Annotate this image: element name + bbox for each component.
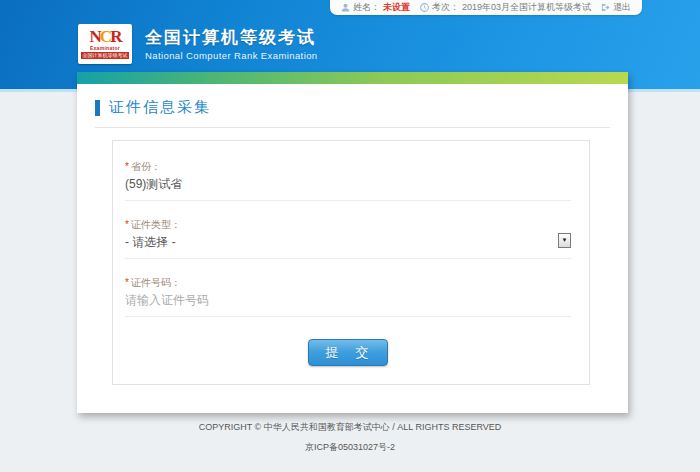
- content-section: 证件信息采集 *省份： (59)测试省 *证件类型： - 请选择 - ▼: [77, 98, 628, 385]
- province-field: *省份： (59)测试省: [125, 161, 571, 201]
- page-title: 证件信息采集: [109, 98, 211, 117]
- user-topbar: 姓名：未设置 考次：2019年03月全国计算机等级考试 退出: [330, 0, 642, 15]
- submit-button[interactable]: 提 交: [308, 339, 388, 366]
- certificate-form: *省份： (59)测试省 *证件类型： - 请选择 - ▼ *证件号码：: [112, 140, 590, 385]
- brand-area: NCR Examinator 全国计算机等级考试 全国计算机等级考试 Natio…: [78, 24, 318, 64]
- copyright-text: COPYRIGHT © 中华人民共和国教育部考试中心 / ALL RIGHTS …: [0, 421, 700, 434]
- cert-no-label: *证件号码：: [125, 277, 571, 289]
- user-name-item: 姓名：未设置: [341, 1, 410, 14]
- brand-text: 全国计算机等级考试 National Computer Rank Examina…: [145, 28, 318, 61]
- dropdown-arrow-icon[interactable]: ▼: [558, 233, 571, 248]
- logout-label: 退出: [613, 1, 631, 14]
- required-mark: *: [125, 161, 129, 172]
- user-name-value: 未设置: [383, 1, 410, 14]
- cert-type-select[interactable]: - 请选择 - ▼: [125, 235, 571, 259]
- site-subtitle: National Computer Rank Examination: [145, 50, 318, 61]
- exam-session-label: 考次：: [432, 1, 459, 14]
- ncre-logo: NCR Examinator 全国计算机等级考试: [78, 24, 132, 64]
- title-accent-bar: [95, 100, 100, 116]
- page-footer: COPYRIGHT © 中华人民共和国教育部考试中心 / ALL RIGHTS …: [0, 421, 700, 454]
- province-label: *省份：: [125, 161, 571, 173]
- user-icon: [341, 3, 350, 12]
- required-mark: *: [125, 219, 129, 230]
- icp-license-text: 京ICP备05031027号-2: [0, 441, 700, 454]
- clock-icon: [420, 3, 429, 12]
- required-mark: *: [125, 277, 129, 288]
- logo-band: 全国计算机等级考试: [81, 52, 129, 59]
- cert-no-input[interactable]: [125, 293, 571, 308]
- main-panel: 证件信息采集 *省份： (59)测试省 *证件类型： - 请选择 - ▼: [77, 72, 628, 413]
- logout-button[interactable]: 退出: [601, 1, 631, 14]
- logo-subtext: Examinator: [90, 45, 120, 51]
- decorative-strip: [77, 72, 628, 84]
- exam-session-item: 考次：2019年03月全国计算机等级考试: [420, 1, 591, 14]
- cert-no-input-wrap: [125, 293, 571, 317]
- section-title-row: 证件信息采集: [95, 98, 610, 117]
- cert-no-field: *证件号码：: [125, 277, 571, 317]
- province-value: (59)测试省: [125, 177, 571, 201]
- cert-type-label: *证件类型：: [125, 219, 571, 231]
- user-name-label: 姓名：: [353, 1, 380, 14]
- exam-session-value: 2019年03月全国计算机等级考试: [462, 1, 591, 14]
- site-title: 全国计算机等级考试: [145, 28, 318, 48]
- cert-type-field: *证件类型： - 请选择 - ▼: [125, 219, 571, 259]
- title-divider: [95, 127, 610, 128]
- cert-type-selected-value: - 请选择 -: [125, 235, 176, 250]
- logo-letters: NCR: [90, 29, 121, 45]
- logout-icon: [601, 3, 610, 12]
